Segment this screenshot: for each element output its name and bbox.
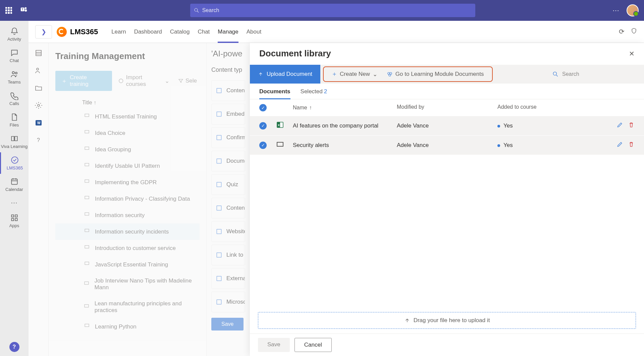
content-type-row[interactable]: Docume (211, 151, 245, 171)
import-courses-button[interactable]: Import courses⌄ (115, 71, 172, 91)
content-type-row[interactable]: Link to (211, 245, 245, 265)
content-type-row[interactable]: Quiz (211, 174, 245, 195)
rail-icon-word[interactable]: W (35, 119, 43, 127)
course-row[interactable]: Information Privacy - Classifying Data (55, 191, 200, 207)
edit-icon[interactable] (616, 141, 623, 149)
svg-rect-17 (36, 50, 41, 56)
list-header-title[interactable]: Title ↑ (55, 97, 200, 108)
global-search-input[interactable] (190, 4, 475, 17)
svg-rect-14 (15, 215, 17, 217)
course-row[interactable]: Implementing the GDPR (55, 174, 200, 191)
doclib-table: ✓ Name↑ Modified by Added to course ✓ X … (250, 99, 644, 307)
monitor-icon (84, 113, 90, 120)
header-added[interactable]: Added to course (497, 104, 604, 111)
svg-rect-3 (25, 9, 27, 11)
tab-manage[interactable]: Manage (214, 21, 242, 43)
dropzone[interactable]: Drag your file here to upload it (258, 312, 636, 329)
content-type-row[interactable]: Embed (211, 104, 245, 124)
doclib-title: Document library (259, 48, 331, 59)
course-row[interactable]: HTML Essential Training (55, 108, 200, 125)
create-training-button[interactable]: ＋Create training (55, 71, 112, 91)
shield-icon[interactable] (631, 28, 637, 36)
tab-learn[interactable]: Learn (107, 21, 130, 43)
content-type-row[interactable]: Content (211, 198, 245, 218)
doclib-search-input[interactable] (550, 67, 637, 81)
ct-save-button[interactable]: Save (211, 318, 244, 330)
table-row[interactable]: ✓ Security alerts Adele Vance Yes (250, 136, 644, 155)
monitor-icon (83, 281, 90, 288)
content-type-row[interactable]: Website (211, 221, 245, 242)
rail-icon-grid[interactable] (35, 49, 43, 57)
monitor-icon (84, 195, 90, 202)
rail-activity[interactable]: Activity (0, 23, 29, 45)
row-checkbox[interactable]: ✓ (259, 122, 267, 130)
course-row[interactable]: Information security (55, 207, 200, 223)
svg-rect-61 (217, 300, 221, 304)
delete-icon[interactable] (628, 141, 635, 149)
rail-icon-help[interactable]: ? (35, 136, 43, 144)
rail-icon-folder[interactable] (35, 84, 43, 92)
filter-button[interactable]: Sele (175, 71, 200, 91)
close-icon[interactable]: ✕ (629, 50, 635, 58)
create-new-button[interactable]: Create New ⌄ (327, 67, 382, 81)
rail-icon-gear[interactable] (35, 101, 43, 109)
tab-about[interactable]: About (243, 21, 265, 43)
course-row[interactable]: Introduction to customer service (55, 240, 200, 256)
rail-more[interactable]: ⋯ (0, 195, 29, 210)
rail-calendar[interactable]: Calendar (0, 174, 29, 195)
edit-icon[interactable] (616, 121, 623, 130)
rail-lms365[interactable]: LMS365 (0, 152, 29, 174)
help-button[interactable]: ? (9, 342, 19, 352)
course-row[interactable]: Lean manufacturing principles and practi… (55, 296, 200, 318)
header-modified-by[interactable]: Modified by (397, 104, 497, 111)
rail-chat[interactable]: Chat (0, 45, 29, 66)
table-row[interactable]: ✓ X AI features on the company portal Ad… (250, 116, 644, 136)
content-type-row[interactable]: Content (211, 80, 245, 101)
course-row[interactable]: Idea Grouping (55, 141, 200, 158)
course-row[interactable]: Job Interview Nano Tips with Madeline Ma… (55, 273, 200, 296)
rail-icon-people[interactable] (35, 66, 43, 74)
back-button[interactable]: ❯ (35, 25, 52, 39)
table-header: ✓ Name↑ Modified by Added to course (250, 99, 644, 116)
svg-rect-54 (217, 135, 221, 140)
tab-dashboard[interactable]: Dashboard (130, 21, 166, 43)
tab-chat[interactable]: Chat (194, 21, 214, 43)
course-row[interactable]: Identify Usable UI Pattern (55, 158, 200, 174)
save-button[interactable]: Save (258, 338, 290, 352)
sort-asc-icon: ↑ (309, 105, 312, 111)
course-row[interactable]: Information security incidents (55, 223, 200, 240)
rail-apps[interactable]: Apps (0, 210, 29, 232)
rail-teams[interactable]: Teams (0, 66, 29, 88)
more-options-icon[interactable]: ⋯ (612, 6, 620, 14)
upload-icon (404, 317, 410, 323)
svg-text:W: W (37, 121, 41, 125)
course-row[interactable]: Idea Choice (55, 125, 200, 141)
content-type-row[interactable]: Externa (211, 268, 245, 289)
delete-icon[interactable] (628, 121, 635, 130)
header-name[interactable]: Name↑ (293, 104, 397, 111)
tab-catalog[interactable]: Catalog (166, 21, 194, 43)
course-row[interactable]: JavaScript Essential Training (55, 256, 200, 273)
row-checkbox[interactable]: ✓ (259, 142, 267, 149)
rail-viva-learning[interactable]: Viva Learning (0, 131, 29, 152)
file-name: Security alerts (293, 142, 397, 149)
rail-calls[interactable]: Calls (0, 88, 29, 109)
svg-rect-13 (11, 215, 14, 217)
content-type-row[interactable]: Confirm (211, 127, 245, 148)
svg-rect-50 (85, 324, 89, 327)
goto-learning-module-button[interactable]: Go to Learning Module Documents (382, 67, 489, 81)
select-all-checkbox[interactable]: ✓ (259, 104, 267, 111)
upload-document-button[interactable]: Upload Document (250, 65, 320, 84)
course-title: Job Interview Nano Tips with Madeline Ma… (95, 277, 200, 291)
svg-point-4 (195, 8, 198, 11)
rail-files[interactable]: Files (0, 109, 29, 131)
refresh-icon[interactable]: ⟳ (619, 28, 625, 36)
course-row[interactable]: Learning Python (55, 318, 200, 335)
cancel-button[interactable]: Cancel (294, 338, 332, 352)
monitor-icon (84, 323, 90, 330)
user-avatar[interactable] (627, 4, 639, 16)
content-type-row[interactable]: Microso (211, 292, 245, 312)
tab-selected[interactable]: Selected2 (301, 88, 327, 99)
tab-documents[interactable]: Documents (259, 88, 290, 99)
app-launcher-icon[interactable] (5, 7, 12, 14)
